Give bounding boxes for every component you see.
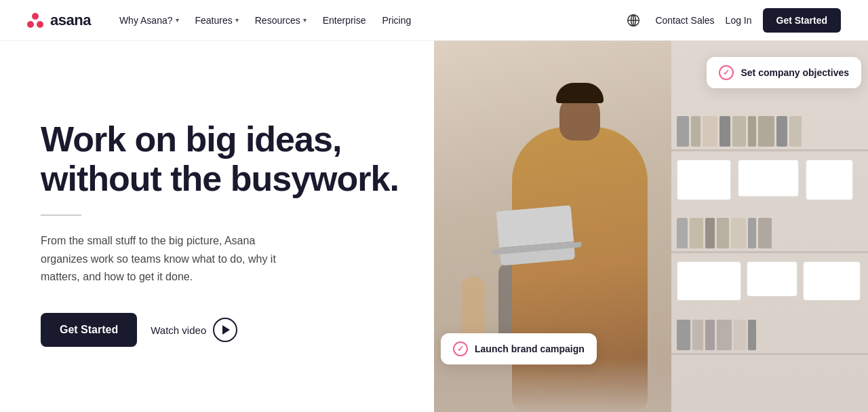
globe-icon[interactable] [623,10,644,31]
nav-link-resources[interactable]: Resources ▾ [248,11,313,30]
check-icon-objectives: ✓ [719,65,734,80]
check-icon-campaign: ✓ [453,341,468,356]
nav-link-features[interactable]: Features ▾ [189,11,245,30]
watch-video-button[interactable]: Watch video [151,318,237,342]
contact-sales-link[interactable]: Contact Sales [655,15,714,26]
play-icon [213,318,237,342]
nav-link-why-asana[interactable]: Why Asana? ▾ [113,11,186,30]
task-label-objectives: Set company objectives [741,67,849,78]
log-in-link[interactable]: Log In [726,15,752,26]
task-card-objectives: ✓ Set company objectives [707,57,861,88]
hero-image-secondary [671,41,868,412]
hero-left: Work on big ideas, without the busywork.… [0,41,434,412]
hero-heading: Work on big ideas, without the busywork. [41,119,407,198]
chevron-down-icon: ▾ [235,16,239,24]
navbar: asana Why Asana? ▾ Features ▾ Resources … [0,0,868,41]
hero-actions: Get Started Watch video [41,313,407,347]
hero-section: Work on big ideas, without the busywork.… [0,41,868,412]
chevron-down-icon: ▾ [303,16,307,24]
asana-logo-icon [27,13,43,28]
hero-subtext: From the small stuff to the big picture,… [41,232,298,286]
logo[interactable]: asana [27,12,91,29]
logo-text: asana [50,12,91,29]
chevron-down-icon: ▾ [176,16,179,24]
task-card-campaign: ✓ Launch brand campaign [441,333,597,364]
task-label-campaign: Launch brand campaign [475,343,585,354]
hero-divider [41,214,81,216]
nav-links: Why Asana? ▾ Features ▾ Resources ▾ Ente… [113,11,418,30]
get-started-nav-button[interactable]: Get Started [763,8,841,33]
get-started-hero-button[interactable]: Get Started [41,313,137,347]
nav-link-pricing[interactable]: Pricing [375,11,418,30]
hero-right: ✓ Set company objectives ✓ Launch brand … [434,41,868,412]
nav-link-enterprise[interactable]: Enterprise [316,11,373,30]
nav-right: Contact Sales Log In Get Started [623,8,841,33]
nav-left: asana Why Asana? ▾ Features ▾ Resources … [27,11,418,30]
